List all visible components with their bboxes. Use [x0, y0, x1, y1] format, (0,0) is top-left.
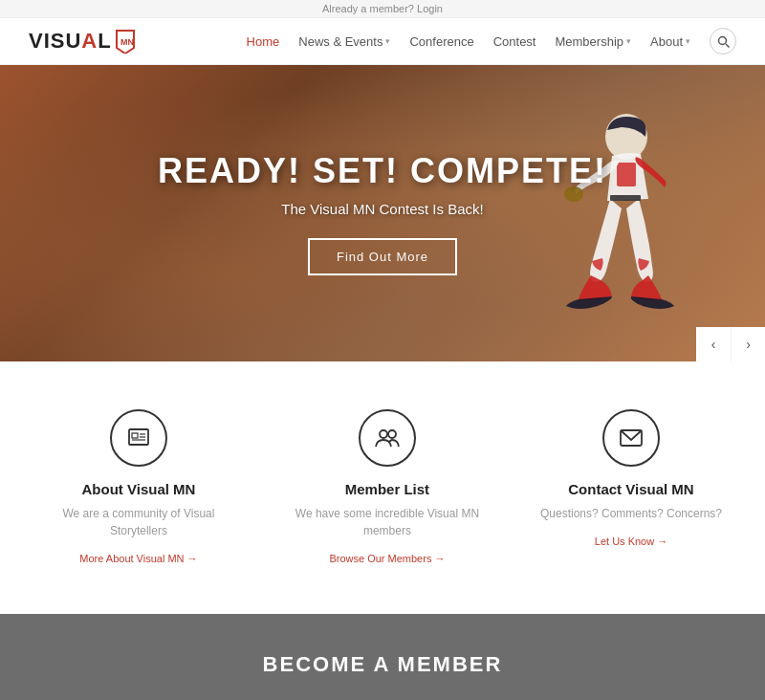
contact-icon [602, 409, 660, 467]
svg-point-13 [380, 430, 387, 438]
main-nav: Home News & Events ▾ Conference Contest … [247, 28, 736, 55]
hero-content: READY! SET! COMPETE! The Visual MN Conte… [158, 151, 607, 275]
svg-text:MN: MN [120, 37, 134, 47]
contact-link[interactable]: Let Us Know [595, 536, 667, 547]
nav-contest[interactable]: Contest [493, 34, 536, 49]
about-chevron-icon: ▾ [686, 36, 690, 46]
hero-subtitle: The Visual MN Contest Is Back! [158, 201, 607, 217]
hero-section: READY! SET! COMPETE! The Visual MN Conte… [0, 65, 765, 361]
info-about: About Visual MN We are a community of Vi… [43, 409, 234, 566]
search-button[interactable] [710, 28, 736, 55]
site-logo[interactable]: VISUAL MN [29, 29, 136, 54]
next-slide-button[interactable]: › [731, 327, 765, 361]
members-icon [359, 409, 416, 467]
membership-chevron-icon: ▾ [626, 36, 631, 46]
nav-home[interactable]: Home [247, 34, 280, 49]
nav-conference[interactable]: Conference [409, 34, 473, 49]
about-link[interactable]: More About Visual MN [79, 553, 197, 564]
nav-membership[interactable]: Membership ▾ [555, 34, 631, 49]
svg-rect-5 [617, 163, 636, 186]
become-member-section: BECOME A MEMBER Learn More Ready to Appl… [0, 614, 765, 700]
info-contact: Contact Visual MN Questions? Comments? C… [540, 409, 722, 566]
members-link[interactable]: Browse Our Members [329, 553, 445, 564]
prev-slide-button[interactable]: ‹ [696, 327, 731, 361]
nav-about[interactable]: About ▾ [650, 34, 690, 49]
slider-arrows: ‹ › [696, 327, 765, 361]
nav-news-events[interactable]: News & Events ▾ [298, 34, 390, 49]
contact-title: Contact Visual MN [540, 481, 722, 497]
site-header: VISUAL MN Home News & Events ▾ Conferenc… [0, 18, 765, 65]
search-icon [717, 35, 730, 48]
members-desc: We have some incredible Visual MN member… [292, 505, 483, 539]
login-link[interactable]: Login [417, 3, 443, 14]
hero-title: READY! SET! COMPETE! [158, 151, 607, 191]
svg-rect-9 [132, 433, 138, 438]
find-out-more-button[interactable]: Find Out More [308, 238, 457, 275]
about-desc: We are a community of Visual Storyteller… [43, 505, 234, 539]
svg-line-3 [726, 44, 730, 48]
contact-desc: Questions? Comments? Concerns? [540, 505, 722, 522]
logo-text: VISUAL [29, 29, 112, 54]
info-members: Member List We have some incredible Visu… [292, 409, 483, 566]
top-bar: Already a member? Login [0, 0, 765, 18]
already-member-text: Already a member? [322, 3, 414, 14]
news-chevron-icon: ▾ [385, 36, 390, 46]
svg-rect-7 [610, 195, 641, 201]
logo-mn-icon: MN [115, 29, 136, 54]
become-member-title: BECOME A MEMBER [19, 652, 746, 677]
svg-point-2 [718, 36, 726, 44]
about-title: About Visual MN [43, 481, 234, 497]
svg-point-14 [388, 430, 396, 438]
about-icon [110, 409, 167, 467]
members-title: Member List [292, 481, 483, 497]
info-section: About Visual MN We are a community of Vi… [0, 361, 765, 614]
